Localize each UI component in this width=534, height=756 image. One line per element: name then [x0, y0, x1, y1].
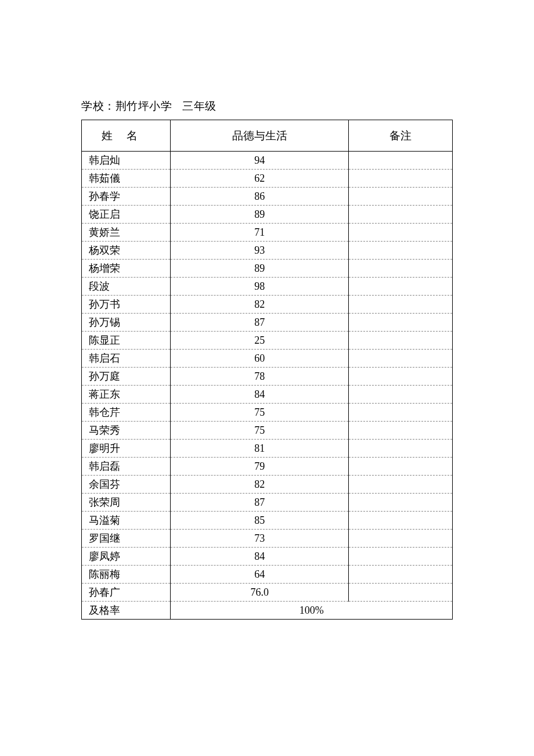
table-row: 廖明升81 — [82, 440, 453, 458]
table-row: 余国芬82 — [82, 476, 453, 494]
table-row: 陈丽梅64 — [82, 566, 453, 584]
cell-name: 张荣周 — [82, 494, 171, 512]
cell-name: 孙万庭 — [82, 368, 171, 386]
cell-score: 78 — [171, 368, 349, 386]
cell-name: 杨双荣 — [82, 242, 171, 260]
table-row: 韩启灿94 — [82, 152, 453, 170]
cell-name: 孙万书 — [82, 296, 171, 314]
cell-note — [349, 224, 453, 242]
cell-score: 75 — [171, 422, 349, 440]
cell-score: 76.0 — [171, 584, 349, 602]
cell-note — [349, 314, 453, 332]
cell-note — [349, 170, 453, 188]
cell-note — [349, 440, 453, 458]
cell-score: 73 — [171, 530, 349, 548]
score-table: 姓名 品德与生活 备注 韩启灿94韩茹儀62孙春学86饶正启89黄娇兰71杨双荣… — [81, 120, 453, 620]
table-row: 杨增荣89 — [82, 260, 453, 278]
cell-name: 韩启磊 — [82, 458, 171, 476]
table-row: 罗国继73 — [82, 530, 453, 548]
cell-note — [349, 530, 453, 548]
cell-note — [349, 260, 453, 278]
cell-name: 马溢菊 — [82, 512, 171, 530]
cell-score: 81 — [171, 440, 349, 458]
table-body: 韩启灿94韩茹儀62孙春学86饶正启89黄娇兰71杨双荣93杨增荣89段波98孙… — [82, 152, 453, 620]
cell-note — [349, 206, 453, 224]
table-row: 蒋正东84 — [82, 386, 453, 404]
table-row: 陈显正25 — [82, 332, 453, 350]
cell-name: 饶正启 — [82, 206, 171, 224]
table-row: 段波98 — [82, 278, 453, 296]
cell-note — [349, 548, 453, 566]
table-row: 孙万庭78 — [82, 368, 453, 386]
table-row: 韩启石60 — [82, 350, 453, 368]
cell-score: 89 — [171, 260, 349, 278]
cell-score: 84 — [171, 386, 349, 404]
cell-name: 余国芬 — [82, 476, 171, 494]
table-row: 韩茹儀62 — [82, 170, 453, 188]
cell-name: 孙万锡 — [82, 314, 171, 332]
cell-name: 韩启灿 — [82, 152, 171, 170]
cell-name: 廖明升 — [82, 440, 171, 458]
table-row: 杨双荣93 — [82, 242, 453, 260]
cell-note — [349, 476, 453, 494]
cell-note — [349, 368, 453, 386]
table-row: 孙春广76.0 — [82, 584, 453, 602]
cell-name: 孙春广 — [82, 584, 171, 602]
cell-name: 段波 — [82, 278, 171, 296]
table-header-row: 姓名 品德与生活 备注 — [82, 120, 453, 152]
cell-name: 罗国继 — [82, 530, 171, 548]
table-row: 孙万书82 — [82, 296, 453, 314]
cell-score: 82 — [171, 476, 349, 494]
cell-note — [349, 296, 453, 314]
cell-note — [349, 278, 453, 296]
cell-note — [349, 386, 453, 404]
cell-note — [349, 188, 453, 206]
header-name-text: 姓名 — [88, 129, 151, 142]
header-note: 备注 — [349, 120, 453, 152]
table-row: 马溢菊85 — [82, 512, 453, 530]
cell-score: 89 — [171, 206, 349, 224]
cell-note — [349, 404, 453, 422]
cell-name: 韩茹儀 — [82, 170, 171, 188]
cell-score: 84 — [171, 548, 349, 566]
cell-name: 廖凤婷 — [82, 548, 171, 566]
pass-rate-row: 及格率100% — [82, 602, 453, 620]
cell-score: 98 — [171, 278, 349, 296]
table-row: 马荣秀75 — [82, 422, 453, 440]
cell-name: 陈丽梅 — [82, 566, 171, 584]
document-page: 学校：荆竹坪小学三年级 姓名 品德与生活 备注 韩启灿94韩茹儀62孙春学86饶… — [0, 0, 534, 620]
cell-score: 87 — [171, 494, 349, 512]
table-row: 韩启磊79 — [82, 458, 453, 476]
cell-name: 韩启石 — [82, 350, 171, 368]
cell-name: 黄娇兰 — [82, 224, 171, 242]
cell-note — [349, 152, 453, 170]
cell-note — [349, 242, 453, 260]
school-name: 荆竹坪小学 — [116, 100, 172, 112]
cell-score: 85 — [171, 512, 349, 530]
cell-name: 陈显正 — [82, 332, 171, 350]
cell-note — [349, 566, 453, 584]
cell-score: 87 — [171, 314, 349, 332]
cell-name: 蒋正东 — [82, 386, 171, 404]
cell-note — [349, 512, 453, 530]
cell-score: 62 — [171, 170, 349, 188]
cell-score: 79 — [171, 458, 349, 476]
school-heading: 学校：荆竹坪小学三年级 — [81, 99, 453, 114]
header-name: 姓名 — [82, 120, 171, 152]
cell-note — [349, 584, 453, 602]
cell-score: 75 — [171, 404, 349, 422]
cell-name: 马荣秀 — [82, 422, 171, 440]
cell-note — [349, 350, 453, 368]
school-label: 学校： — [81, 100, 116, 112]
table-row: 韩仓芹75 — [82, 404, 453, 422]
table-row: 张荣周87 — [82, 494, 453, 512]
table-row: 黄娇兰71 — [82, 224, 453, 242]
cell-score: 94 — [171, 152, 349, 170]
cell-score: 60 — [171, 350, 349, 368]
cell-note — [349, 332, 453, 350]
table-row: 饶正启89 — [82, 206, 453, 224]
cell-score: 93 — [171, 242, 349, 260]
table-row: 孙春学86 — [82, 188, 453, 206]
cell-note — [349, 494, 453, 512]
pass-rate-value: 100% — [171, 602, 453, 620]
